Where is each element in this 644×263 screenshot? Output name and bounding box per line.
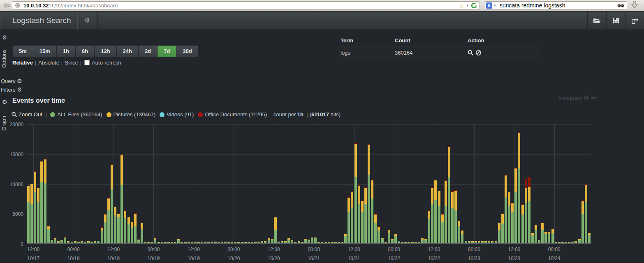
bar-segment-all-files[interactable]: [248, 242, 250, 243]
bar-segment-pictures[interactable]: [218, 242, 220, 242]
address-bar[interactable]: 10.0.10.32:9292/index.html#/dashboard ☆ …: [12, 1, 480, 10]
bar-segment-office-documents[interactable]: [381, 238, 384, 238]
bar-segment-all-files[interactable]: [317, 242, 320, 243]
bar-segment-pictures[interactable]: [167, 242, 170, 242]
bar-segment-pictures[interactable]: [475, 241, 477, 242]
bar-segment-pictures[interactable]: [565, 242, 567, 242]
bar-segment-pictures[interactable]: [174, 242, 176, 242]
bar-segment-all-files[interactable]: [544, 234, 547, 243]
bar-segment-pictures[interactable]: [505, 175, 507, 197]
bar-segment-pictures[interactable]: [264, 241, 266, 242]
binoculars-search-icon[interactable]: [617, 3, 624, 8]
bar-segment-pictures[interactable]: [84, 242, 86, 242]
bar-segment-pictures[interactable]: [147, 242, 150, 242]
panel-eye-icon[interactable]: [591, 96, 597, 100]
bar-segment-pictures[interactable]: [294, 242, 297, 242]
bar-segment-all-files[interactable]: [291, 241, 293, 243]
bar-segment-office-documents[interactable]: [37, 188, 39, 188]
bar-segment-pictures[interactable]: [301, 242, 303, 242]
bar-segment-office-documents[interactable]: [34, 171, 36, 172]
bar-segment-office-documents[interactable]: [518, 132, 520, 133]
panel-gear-icon[interactable]: ⚙: [584, 95, 589, 101]
bar-segment-all-files[interactable]: [381, 239, 384, 243]
bar-segment-all-files[interactable]: [454, 210, 457, 243]
bar-segment-pictures[interactable]: [404, 242, 407, 242]
bar-segment-pictures[interactable]: [431, 188, 433, 205]
bar-segment-pictures[interactable]: [528, 187, 530, 201]
bar-segment-all-files[interactable]: [257, 242, 260, 243]
bar-segment-all-files[interactable]: [411, 242, 414, 243]
bar-segment-all-files[interactable]: [60, 240, 63, 243]
bar-segment-all-files[interactable]: [441, 222, 444, 243]
bar-segment-all-files[interactable]: [434, 200, 437, 243]
bar-segment-pictures[interactable]: [424, 239, 427, 240]
bar-segment-pictures[interactable]: [127, 217, 130, 224]
filters-section[interactable]: Filters ⚙: [1, 86, 22, 93]
bar-segment-pictures[interactable]: [184, 242, 187, 242]
bar-segment-all-files[interactable]: [47, 229, 50, 243]
bar-segment-pictures[interactable]: [415, 242, 417, 242]
bar-segment-all-files[interactable]: [278, 242, 280, 243]
bar-segment-office-documents[interactable]: [44, 159, 46, 159]
bar-segment-office-documents[interactable]: [434, 180, 437, 181]
bar-segment-pictures[interactable]: [134, 214, 137, 226]
bar-segment-all-files[interactable]: [308, 240, 310, 243]
bar-segment-all-files[interactable]: [218, 242, 220, 243]
bar-segment-all-files[interactable]: [117, 217, 120, 243]
bar-segment-all-files[interactable]: [127, 224, 130, 243]
bar-segment-all-files[interactable]: [87, 242, 90, 243]
bar-segment-pictures[interactable]: [137, 240, 140, 240]
bar-segment-all-files[interactable]: [421, 240, 424, 243]
bar-segment-pictures[interactable]: [401, 242, 403, 242]
bar-segment-office-documents[interactable]: [511, 203, 514, 203]
bar-segment-all-files[interactable]: [415, 242, 417, 243]
bar-segment-office-documents[interactable]: [358, 185, 360, 186]
bar-segment-pictures[interactable]: [421, 238, 424, 240]
time-range-button-6h[interactable]: 6h: [75, 45, 94, 57]
bar-segment-office-documents[interactable]: [458, 221, 460, 221]
bar-segment-pictures[interactable]: [468, 241, 470, 242]
bar-segment-pictures[interactable]: [484, 241, 487, 242]
bar-segment-office-documents[interactable]: [498, 223, 500, 223]
bar-segment-all-files[interactable]: [575, 242, 577, 243]
bar-segment-all-files[interactable]: [151, 242, 153, 243]
bar-segment-all-files[interactable]: [448, 177, 450, 243]
bar-segment-pictures[interactable]: [81, 241, 83, 242]
bar-segment-all-files[interactable]: [271, 240, 273, 243]
bar-segment-office-documents[interactable]: [344, 234, 347, 234]
options-section-label[interactable]: Options: [1, 49, 7, 68]
bar-segment-all-files[interactable]: [521, 215, 524, 243]
bar-segment-all-files[interactable]: [314, 238, 317, 243]
bar-segment-all-files[interactable]: [531, 235, 534, 243]
bar-segment-all-files[interactable]: [461, 234, 463, 243]
bar-segment-all-files[interactable]: [214, 242, 217, 243]
bar-segment-pictures[interactable]: [371, 180, 373, 198]
bar-segment-all-files[interactable]: [368, 175, 370, 243]
bar-segment-pictures[interactable]: [364, 188, 367, 204]
bar-segment-all-files[interactable]: [331, 242, 334, 243]
bar-segment-all-files[interactable]: [90, 242, 93, 243]
bar-segment-pictures[interactable]: [231, 242, 233, 242]
bar-segment-all-files[interactable]: [171, 242, 173, 243]
bar-segment-all-files[interactable]: [141, 229, 143, 243]
bar-segment-office-documents[interactable]: [445, 180, 447, 181]
bar-segment-all-files[interactable]: [131, 228, 133, 243]
bar-segment-pictures[interactable]: [385, 242, 387, 242]
bar-segment-all-files[interactable]: [385, 242, 387, 243]
bar-segment-pictures[interactable]: [317, 242, 320, 242]
bar-segment-pictures[interactable]: [408, 242, 410, 242]
bar-segment-all-files[interactable]: [495, 242, 497, 243]
bar-segment-pictures[interactable]: [555, 242, 557, 242]
bar-segment-pictures[interactable]: [575, 241, 577, 242]
bar-segment-pictures[interactable]: [144, 242, 146, 242]
bar-segment-all-files[interactable]: [287, 240, 290, 243]
autorefresh-checkbox[interactable]: [84, 60, 90, 65]
bar-segment-pictures[interactable]: [418, 242, 420, 242]
bar-segment-all-files[interactable]: [571, 242, 574, 243]
time-range-button-2d[interactable]: 2d: [138, 45, 157, 57]
bar-segment-all-files[interactable]: [501, 224, 504, 243]
bar-segment-pictures[interactable]: [244, 242, 247, 242]
back-button[interactable]: [1, 1, 11, 9]
bar-segment-office-documents[interactable]: [27, 186, 30, 186]
bar-segment-pictures[interactable]: [164, 242, 167, 242]
